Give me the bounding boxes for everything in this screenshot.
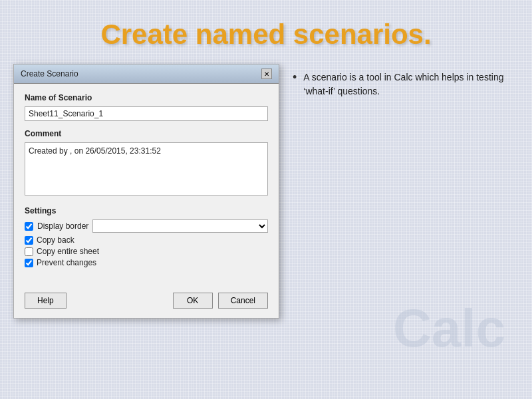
copy-back-checkbox[interactable] xyxy=(25,236,33,245)
copy-back-label: Copy back xyxy=(37,235,74,245)
dialog-body: Name of Scenario Comment Created by , on… xyxy=(14,84,279,286)
settings-section: Settings Display border Copy back xyxy=(25,206,268,267)
content-area: Create Scenario ✕ Name of Scenario Comme… xyxy=(0,64,532,319)
copy-entire-sheet-label: Copy entire sheet xyxy=(37,247,99,256)
cancel-button[interactable]: Cancel xyxy=(218,293,268,309)
settings-section-label: Settings xyxy=(25,206,268,215)
scenario-name-input[interactable] xyxy=(25,106,268,121)
name-section-label: Name of Scenario xyxy=(25,93,268,102)
display-border-label: Display border xyxy=(37,221,88,231)
comment-textarea[interactable]: Created by , on 26/05/2015, 23:31:52 xyxy=(25,142,268,196)
bullet-item-0: • A scenario is a tool in Calc which hel… xyxy=(293,70,519,98)
dialog-titlebar: Create Scenario ✕ xyxy=(14,65,279,84)
prevent-changes-checkbox[interactable] xyxy=(25,259,33,267)
display-border-row: Display border xyxy=(25,219,268,233)
copy-entire-sheet-row: Copy entire sheet xyxy=(25,247,268,256)
dialog-title-text: Create Scenario xyxy=(21,69,78,78)
dialog-close-button[interactable]: ✕ xyxy=(261,68,272,79)
comment-section-label: Comment xyxy=(25,129,268,138)
page-title: Create named scenarios. xyxy=(0,0,532,64)
help-button[interactable]: Help xyxy=(25,293,66,309)
display-border-select[interactable] xyxy=(92,219,268,233)
prevent-changes-row: Prevent changes xyxy=(25,258,268,267)
dialog-buttons: Help OK Cancel xyxy=(14,286,279,318)
bullet-dot-0: • xyxy=(293,70,297,85)
right-panel: • A scenario is a tool in Calc which hel… xyxy=(293,64,519,319)
prevent-changes-label: Prevent changes xyxy=(37,258,96,267)
copy-back-row: Copy back xyxy=(25,235,268,245)
bullet-text-0: A scenario is a tool in Calc which helps… xyxy=(303,70,519,98)
create-scenario-dialog: Create Scenario ✕ Name of Scenario Comme… xyxy=(13,64,279,319)
copy-entire-sheet-checkbox[interactable] xyxy=(25,247,33,256)
ok-button[interactable]: OK xyxy=(173,293,213,309)
display-border-checkbox[interactable] xyxy=(25,222,33,231)
